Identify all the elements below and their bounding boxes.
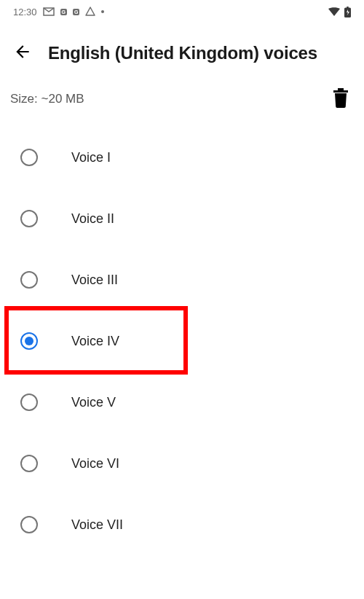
svg-rect-1 [347, 7, 349, 8]
radio-icon[interactable] [20, 516, 38, 533]
gmail-icon [43, 7, 55, 16]
voice-option-3[interactable]: Voice III [0, 249, 364, 310]
voice-label: Voice IV [71, 334, 119, 349]
drive-icon [85, 7, 95, 17]
app-header: English (United Kingdom) voices [0, 23, 364, 79]
svg-rect-0 [344, 7, 351, 17]
radio-icon[interactable] [20, 210, 38, 227]
voice-option-6[interactable]: Voice VI [0, 433, 364, 494]
voice-label: Voice VI [71, 456, 119, 471]
status-bar-left: 12:30 G G [13, 7, 104, 17]
voice-option-4[interactable]: Voice IV [0, 310, 364, 372]
size-label: Size: ~20 MB [10, 92, 84, 106]
voice-label: Voice VII [71, 517, 123, 533]
voice-option-5[interactable]: Voice V [0, 372, 364, 433]
voice-option-2[interactable]: Voice II [0, 188, 364, 249]
voice-label: Voice I [71, 150, 111, 165]
radio-icon[interactable] [20, 149, 38, 166]
status-badge-icon: G [73, 9, 79, 15]
voice-option-7[interactable]: Voice VII [0, 494, 364, 555]
radio-icon[interactable] [20, 394, 38, 411]
back-button[interactable] [13, 42, 32, 64]
voice-list: Voice I Voice II Voice III Voice IV Voic… [0, 127, 364, 555]
radio-icon[interactable] [20, 271, 38, 289]
radio-icon[interactable] [20, 455, 38, 472]
battery-icon [344, 7, 351, 17]
page-title: English (United Kingdom) voices [48, 43, 317, 63]
status-badge-icon: G [60, 9, 67, 15]
size-row: Size: ~20 MB [0, 79, 364, 127]
voice-label: Voice V [71, 395, 116, 410]
wifi-icon [328, 7, 340, 16]
voice-option-1[interactable]: Voice I [0, 127, 364, 188]
status-time: 12:30 [13, 7, 37, 17]
status-bar: 12:30 G G [0, 0, 364, 23]
voice-label: Voice III [71, 273, 118, 288]
radio-icon-selected[interactable] [20, 332, 38, 350]
delete-button[interactable] [332, 87, 349, 111]
status-bar-right [328, 7, 351, 17]
status-dot-icon [101, 10, 104, 13]
voice-label: Voice II [71, 211, 114, 227]
